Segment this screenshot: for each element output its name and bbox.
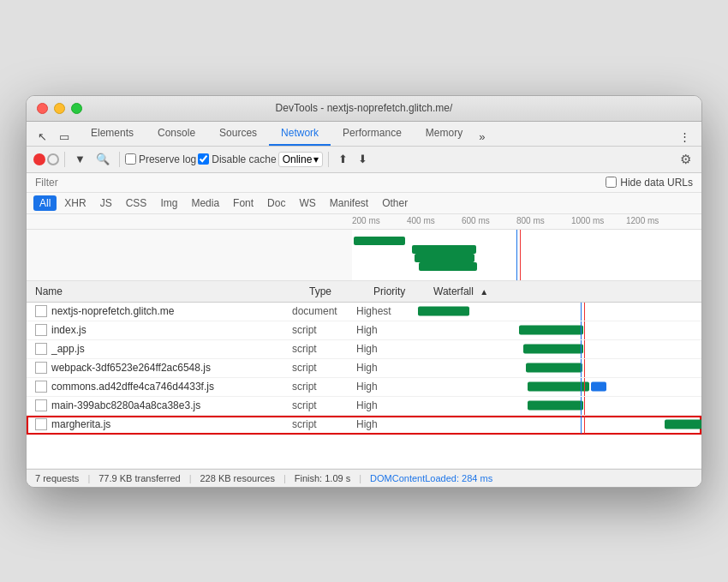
wf-blue-marker <box>581 397 582 415</box>
file-icon <box>35 399 47 411</box>
tick-1200ms: 1200 ms <box>626 216 659 225</box>
download-icon[interactable]: ⬇ <box>354 150 372 168</box>
overview-bar-1 <box>354 237 405 245</box>
waterfall-bar <box>418 307 469 316</box>
finish-time: Finish: 1.09 s <box>295 473 350 483</box>
tab-network[interactable]: Network <box>269 122 331 146</box>
type-filter-ws[interactable]: WS <box>293 195 321 211</box>
settings-icon[interactable]: ⚙ <box>677 150 695 169</box>
row-priority: High <box>356 399 416 411</box>
tab-bar: ↖ ▭ Elements Console Sources Network Per… <box>27 122 701 147</box>
col-header-type[interactable]: Type <box>309 285 373 297</box>
tick-200ms: 200 ms <box>352 216 380 225</box>
col-header-name[interactable]: Name <box>27 285 309 297</box>
traffic-lights <box>37 103 82 114</box>
filter-icon[interactable]: ▼ <box>70 150 90 168</box>
row-type: script <box>292 324 356 336</box>
cursor-icon[interactable]: ↖ <box>33 128 51 146</box>
table-header: Name Type Priority Waterfall ▲ <box>27 281 701 303</box>
device-icon[interactable]: ▭ <box>55 128 74 146</box>
type-filter-doc[interactable]: Doc <box>261 195 291 211</box>
col-header-waterfall[interactable]: Waterfall ▲ <box>433 285 701 297</box>
minimize-button[interactable] <box>54 103 65 114</box>
type-filter-all[interactable]: All <box>33 195 57 211</box>
wf-red-marker <box>584 303 585 321</box>
row-type: document <box>292 305 356 317</box>
waterfall-bar-2 <box>591 382 606 392</box>
type-filter-xhr[interactable]: XHR <box>58 195 92 211</box>
stop-button[interactable] <box>47 153 59 165</box>
wf-red-marker <box>584 378 585 396</box>
close-button[interactable] <box>37 103 48 114</box>
type-filter-img[interactable]: Img <box>154 195 183 211</box>
row-type: script <box>292 362 356 374</box>
table-row[interactable]: index.js script High <box>27 321 701 340</box>
timeline-header: 200 ms 400 ms 600 ms 800 ms 1000 ms 1200… <box>27 214 701 230</box>
wf-blue-marker <box>581 359 582 377</box>
more-tabs-icon[interactable]: » <box>474 128 489 146</box>
tick-600ms: 600 ms <box>462 216 490 225</box>
row-type: script <box>292 343 356 355</box>
tab-console[interactable]: Console <box>146 122 207 146</box>
hide-data-urls-checkbox[interactable] <box>606 177 617 188</box>
preserve-log-checkbox-label[interactable]: Preserve log <box>125 153 196 165</box>
record-button[interactable] <box>33 153 45 165</box>
tab-sources[interactable]: Sources <box>207 122 269 146</box>
table-row[interactable]: main-399abc8280a4a8ca38e3.js script High <box>27 397 701 416</box>
maximize-button[interactable] <box>71 103 82 114</box>
request-count: 7 requests <box>35 473 79 483</box>
throttle-select[interactable]: Online ▾ <box>278 152 324 167</box>
table-row-highlighted[interactable]: margherita.js script High <box>27 416 701 435</box>
filter-bar: Hide data URLs <box>27 173 701 193</box>
type-filter-css[interactable]: CSS <box>120 195 153 211</box>
wf-blue-marker <box>581 378 582 396</box>
row-type: script <box>292 399 356 411</box>
waterfall-bar <box>526 363 582 373</box>
wf-red-marker <box>584 416 585 434</box>
table-row[interactable]: nextjs-noprefetch.glitch.me document Hig… <box>27 303 701 321</box>
row-type: script <box>292 418 356 430</box>
row-type: script <box>292 381 356 393</box>
disable-cache-checkbox-label[interactable]: Disable cache <box>198 153 276 165</box>
preserve-log-checkbox[interactable] <box>125 153 136 165</box>
table-row[interactable]: webpack-3df6523e264ff2ac6548.js script H… <box>27 359 701 378</box>
file-icon <box>35 418 47 430</box>
file-icon <box>35 324 47 336</box>
row-priority: High <box>356 418 416 430</box>
titlebar: DevTools - nextjs-noprefetch.glitch.me/ <box>27 96 701 122</box>
tab-elements[interactable]: Elements <box>79 122 146 146</box>
type-filter-manifest[interactable]: Manifest <box>324 195 374 211</box>
row-name: _app.js <box>27 343 292 355</box>
tick-1000ms: 1000 ms <box>571 216 604 225</box>
disable-cache-checkbox[interactable] <box>198 153 209 165</box>
overview-bar-4 <box>419 262 477 271</box>
more-options-icon[interactable]: ⋮ <box>675 128 695 146</box>
search-icon[interactable]: 🔍 <box>92 150 114 168</box>
tick-800ms: 800 ms <box>516 216 545 225</box>
status-bar: 7 requests | 77.9 KB transferred | 228 K… <box>27 469 701 487</box>
wf-blue-marker <box>581 340 582 358</box>
table-row[interactable]: commons.ad42dffe4ca746d4433f.js script H… <box>27 378 701 397</box>
type-filter-font[interactable]: Font <box>227 195 260 211</box>
row-waterfall <box>416 378 701 396</box>
tab-memory[interactable]: Memory <box>414 122 474 146</box>
overview-bar-3 <box>415 254 474 262</box>
waterfall-bar <box>519 326 583 335</box>
overview-bar-2 <box>412 245 476 254</box>
transferred-size: 77.9 KB transferred <box>98 473 180 483</box>
row-name: webpack-3df6523e264ff2ac6548.js <box>27 362 292 374</box>
tab-performance[interactable]: Performance <box>331 122 414 146</box>
filter-input[interactable] <box>35 177 599 189</box>
type-filter-js[interactable]: JS <box>94 195 118 211</box>
type-filter-media[interactable]: Media <box>185 195 225 211</box>
upload-icon[interactable]: ⬆ <box>334 150 352 168</box>
network-toolbar: ▼ 🔍 Preserve log Disable cache Online ▾ … <box>27 147 701 173</box>
type-filter-other[interactable]: Other <box>376 195 414 211</box>
hide-data-urls-label[interactable]: Hide data URLs <box>606 177 693 189</box>
table-row[interactable]: _app.js script High <box>27 340 701 359</box>
col-header-priority[interactable]: Priority <box>373 285 433 297</box>
blue-line <box>516 230 517 280</box>
row-waterfall <box>416 397 701 415</box>
waterfall-bar <box>528 401 583 411</box>
empty-space <box>27 435 701 469</box>
